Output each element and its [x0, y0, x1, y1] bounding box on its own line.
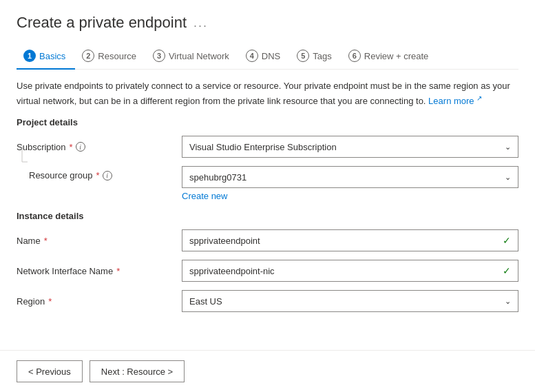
tab-label-dns: DNS: [262, 51, 280, 61]
region-dropdown[interactable]: East US ⌄: [182, 290, 518, 312]
name-value: spprivateendpoint: [189, 236, 260, 246]
subscription-value: Visual Studio Enterprise Subscription: [189, 142, 337, 152]
instance-details-header: Instance details: [17, 211, 518, 221]
region-value: East US: [189, 296, 222, 307]
previous-button[interactable]: < Previous: [17, 360, 83, 382]
wizard-tabs: 1 Basics 2 Resource 3 Virtual Network 4 …: [17, 44, 518, 70]
nic-label: Network Interface Name: [17, 266, 113, 276]
subscription-required: *: [70, 142, 73, 152]
learn-more-link[interactable]: Learn more ↗: [428, 96, 482, 106]
tab-label-basics: Basics: [39, 51, 65, 61]
page-title: Create a private endpoint: [17, 14, 187, 32]
subscription-dropdown[interactable]: Visual Studio Enterprise Subscription ⌄: [182, 136, 518, 158]
page-title-dots: ...: [193, 16, 208, 30]
name-field[interactable]: spprivateendpoint ✓: [182, 229, 518, 251]
info-description: Use private endpoints to privately conne…: [17, 79, 512, 107]
subscription-row: Subscription * i Visual Studio Enterpris…: [17, 136, 518, 158]
bottom-navigation: < Previous Next : Resource >: [0, 350, 535, 392]
resource-group-info-icon[interactable]: i: [103, 171, 112, 180]
tab-dns[interactable]: 4 DNS: [239, 44, 290, 70]
tab-resource[interactable]: 2 Resource: [75, 44, 146, 70]
nic-required: *: [116, 266, 120, 276]
tree-connector-icon: [17, 147, 28, 177]
nic-valid-icon: ✓: [503, 265, 511, 276]
resource-group-row: Resource group * i spehubrg0731 ⌄ Create…: [17, 166, 518, 201]
resource-group-chevron-icon: ⌄: [505, 173, 511, 182]
region-chevron-icon: ⌄: [505, 297, 511, 306]
name-row: Name * spprivateendpoint ✓: [17, 229, 518, 251]
subscription-info-icon[interactable]: i: [76, 142, 85, 152]
resource-group-value: spehubrg0731: [189, 172, 246, 183]
name-required: *: [44, 236, 48, 246]
resource-group-required: *: [96, 170, 100, 180]
name-label: Name: [17, 236, 41, 246]
name-valid-icon: ✓: [503, 235, 511, 246]
subscription-chevron-icon: ⌄: [505, 143, 511, 152]
tab-virtual-network[interactable]: 3 Virtual Network: [146, 44, 239, 70]
tab-number-review: 6: [348, 50, 361, 62]
tab-label-review: Review + create: [364, 51, 429, 61]
region-label: Region: [17, 296, 45, 307]
tab-number-resource: 2: [82, 50, 94, 62]
tab-review-create[interactable]: 6 Review + create: [342, 44, 439, 70]
nic-row: Network Interface Name * spprivateendpoi…: [17, 260, 518, 282]
tab-label-tags: Tags: [313, 51, 331, 61]
tab-number-dns: 4: [246, 50, 258, 62]
next-button[interactable]: Next : Resource >: [90, 360, 185, 382]
tab-basics[interactable]: 1 Basics: [17, 44, 75, 70]
tab-number-tags: 5: [297, 50, 309, 62]
resource-group-label: Resource group: [29, 170, 93, 180]
tab-label-resource: Resource: [98, 51, 136, 61]
create-new-link[interactable]: Create new: [182, 191, 518, 201]
tab-tags[interactable]: 5 Tags: [290, 44, 341, 70]
tab-number-basics: 1: [23, 50, 36, 62]
resource-group-dropdown[interactable]: spehubrg0731 ⌄: [182, 166, 518, 188]
nic-field[interactable]: spprivateendpoint-nic ✓: [182, 260, 518, 282]
nic-value: spprivateendpoint-nic: [189, 266, 275, 276]
region-row: Region * East US ⌄: [17, 290, 518, 312]
external-link-icon: ↗: [476, 94, 482, 102]
region-required: *: [48, 296, 52, 307]
project-details-header: Project details: [17, 117, 518, 127]
tab-number-virtual-network: 3: [153, 50, 165, 62]
tab-label-virtual-network: Virtual Network: [169, 51, 229, 61]
